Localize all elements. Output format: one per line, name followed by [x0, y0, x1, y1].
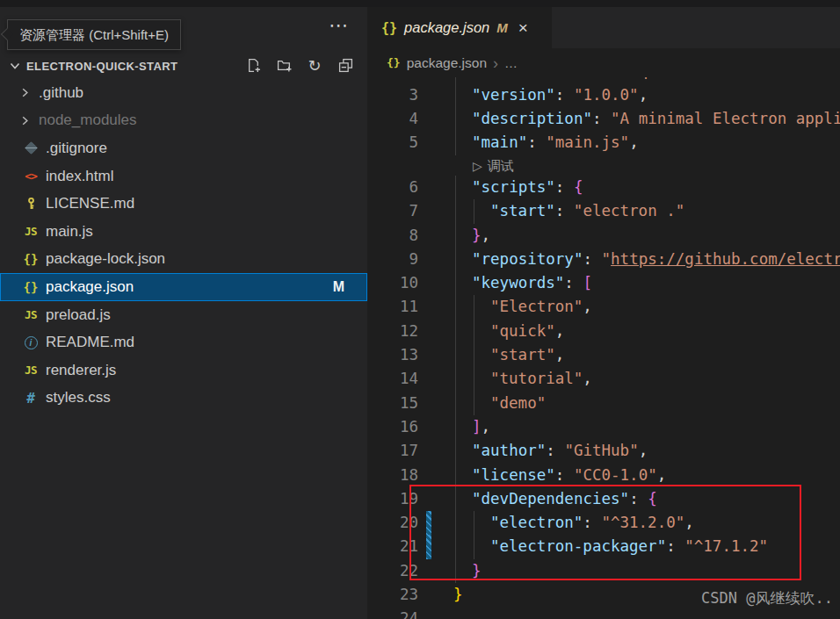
- token: {: [574, 178, 583, 196]
- tab-package-json[interactable]: {} package.json M ×: [367, 7, 552, 48]
- code-line: 7"start": "electron .": [367, 199, 840, 223]
- token: ,: [749, 77, 759, 79]
- js-icon: JS: [21, 225, 40, 238]
- indent-guide: [455, 415, 456, 439]
- token: }: [472, 227, 482, 244]
- token: :: [555, 178, 574, 196]
- line-number: 12: [367, 320, 418, 343]
- explorer-sidebar: ⋯ 资源管理器 (Ctrl+Shift+E) ELECTRON-QUICK-ST…: [0, 7, 367, 619]
- collapse-all-icon[interactable]: [336, 55, 355, 75]
- breadcrumb-more[interactable]: …: [504, 55, 518, 70]
- indent-guide: [455, 559, 456, 583]
- more-actions-icon[interactable]: ⋯: [329, 16, 350, 35]
- code-editor[interactable]: 2"name": "electron-quick-start",3"versio…: [367, 77, 840, 619]
- codelens-row: ▷调试: [367, 155, 840, 176]
- code-line: 18"license": "CC0-1.0",: [367, 464, 840, 487]
- token: "devDependencies": [472, 490, 629, 507]
- code-line: 3"version": "1.0.0",: [367, 83, 840, 107]
- token: :: [555, 86, 574, 104]
- token: "main": [472, 133, 527, 151]
- explorer-project-header[interactable]: ELECTRON-QUICK-START ↻: [0, 53, 367, 79]
- file-row-preload.js[interactable]: JSpreload.js: [0, 301, 367, 329]
- file-row-LICENSE.md[interactable]: LICENSE.md: [0, 190, 367, 218]
- token: :: [555, 466, 574, 484]
- file-row-package-lock.json[interactable]: {}package-lock.json: [0, 246, 367, 274]
- codelens-debug[interactable]: ▷调试: [473, 155, 514, 176]
- explorer-toolbar: ↻: [243, 55, 355, 75]
- indent-guide: [474, 511, 474, 535]
- line-text: }: [472, 559, 482, 583]
- tab-modified-badge: M: [496, 20, 508, 35]
- code-line: 10"keywords": [: [367, 271, 840, 295]
- indent-guide: [455, 487, 456, 511]
- token: ,: [657, 466, 667, 484]
- tab-bar: {} package.json M ×: [367, 7, 840, 48]
- indent-guide: [455, 107, 456, 131]
- html-icon: <>: [21, 169, 40, 183]
- file-name: styles.css: [46, 389, 111, 407]
- line-number: 19: [367, 487, 418, 511]
- token: "repository": [472, 250, 583, 268]
- line-number: 6: [367, 176, 418, 199]
- new-folder-icon[interactable]: [274, 55, 293, 75]
- code-line: 9"repository": "https://github.com/elect…: [367, 248, 840, 271]
- token: "scripts": [472, 178, 555, 196]
- indent-guide: [455, 199, 456, 223]
- breadcrumb-file[interactable]: package.json: [407, 55, 487, 71]
- code-line: 13"start",: [367, 343, 840, 367]
- file-row-package.json[interactable]: {}package.jsonM: [0, 273, 367, 301]
- indent-guide: [455, 224, 456, 248]
- codelens-label: 调试: [488, 158, 514, 173]
- token: }: [472, 562, 482, 579]
- token: :: [629, 490, 648, 507]
- line-number: 21: [367, 535, 418, 558]
- line-text: "keywords": [: [472, 271, 592, 295]
- token: ,: [555, 322, 565, 340]
- token: ,: [555, 346, 565, 363]
- file-row-index.html[interactable]: <>index.html: [0, 162, 367, 191]
- token: "start": [490, 202, 555, 220]
- close-icon[interactable]: ×: [518, 20, 528, 36]
- token: "demo": [490, 394, 546, 412]
- chevron-down-icon: [9, 60, 21, 72]
- line-number: 14: [367, 367, 418, 391]
- code-line: 20"electron": "^31.2.0",: [367, 511, 840, 535]
- file-row-README.md[interactable]: iREADME.md: [0, 328, 367, 356]
- line-number: 15: [367, 392, 418, 415]
- token: ,: [482, 418, 491, 435]
- indent-guide: [455, 131, 456, 155]
- json-icon: {}: [381, 20, 397, 36]
- line-number: 2: [367, 77, 418, 83]
- line-text: }: [453, 583, 463, 607]
- line-text: ],: [472, 415, 490, 439]
- indent-guide: [474, 343, 474, 367]
- file-name: package.json: [46, 278, 134, 296]
- title-bar: [0, 0, 840, 7]
- code-line: 8},: [367, 224, 840, 248]
- new-file-icon[interactable]: [243, 55, 263, 75]
- file-row-.github[interactable]: .github: [0, 79, 367, 107]
- editor-pane: {} package.json M × {} package.json › … …: [367, 7, 840, 619]
- js-icon: JS: [21, 308, 40, 321]
- file-row-styles.css[interactable]: #styles.css: [0, 385, 367, 413]
- refresh-icon[interactable]: ↻: [305, 55, 324, 75]
- tab-label: package.json: [404, 19, 489, 36]
- line-text: "tutorial",: [490, 367, 592, 391]
- file-row-node_modules[interactable]: node_modules: [0, 107, 367, 135]
- file-name: node_modules: [39, 112, 137, 129]
- line-text: "start",: [490, 343, 564, 367]
- code-line: 5"main": "main.js",: [367, 131, 840, 155]
- file-row-renderer.js[interactable]: JSrenderer.js: [0, 356, 367, 385]
- token: [: [583, 274, 592, 292]
- indent-guide: [474, 392, 474, 415]
- code-line: 19"devDependencies": {: [367, 487, 840, 511]
- line-text: "author": "GitHub",: [472, 439, 648, 463]
- token: {: [648, 490, 657, 507]
- line-number: 20: [367, 511, 418, 535]
- chevron-right-icon: ›: [493, 57, 498, 69]
- token: "start": [490, 346, 555, 363]
- token: ,: [639, 442, 648, 459]
- file-row-.gitignore[interactable]: .gitignore: [0, 134, 367, 162]
- file-row-main.js[interactable]: JSmain.js: [0, 218, 367, 246]
- file-name: package-lock.json: [46, 250, 165, 268]
